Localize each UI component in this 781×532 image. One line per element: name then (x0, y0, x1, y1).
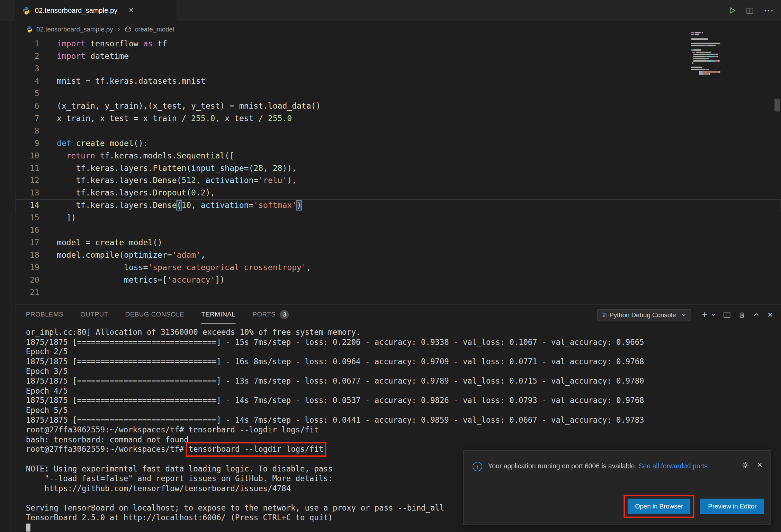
code-line-14[interactable]: 14 tf.keras.layers.Dense(10, activation=… (16, 199, 781, 212)
code-line-9[interactable]: 9def create_model(): (16, 137, 781, 149)
left-rail (0, 21, 16, 532)
python-file-icon (22, 6, 30, 15)
terminal-line: Epoch 2/5 (26, 348, 781, 357)
code-line-16[interactable]: 16 (16, 224, 781, 236)
line-number: 17 (16, 236, 39, 249)
code-lines: 1import tensorflow as tf2import datetime… (16, 37, 781, 299)
terminal-line: root@27ffa3062559:~/workspaces/tf# tenso… (26, 425, 781, 435)
line-number: 5 (16, 87, 39, 100)
new-terminal-dropdown-icon[interactable] (711, 312, 716, 317)
close-panel-icon[interactable]: ✕ (767, 311, 773, 319)
line-number: 19 (16, 261, 39, 274)
split-terminal-icon[interactable] (723, 311, 731, 319)
panel-tab-terminal[interactable]: TERMINAL (201, 305, 235, 324)
ports-count-badge: 3 (280, 310, 289, 319)
chevron-down-icon (681, 312, 686, 317)
panel-header: PROBLEMSOUTPUTDEBUG CONSOLETERMINALPORTS… (16, 305, 781, 324)
line-number: 11 (16, 162, 39, 174)
preview-in-editor-button[interactable]: Preview in Editor (701, 499, 764, 514)
line-number: 14 (16, 199, 39, 212)
notification-close-icon[interactable]: ✕ (757, 461, 763, 469)
new-terminal-icon[interactable]: + (702, 310, 707, 319)
more-actions-icon[interactable]: ⋯ (764, 4, 774, 17)
annotation-box-open-in-browser: Open in Browser (623, 495, 694, 518)
line-number: 3 (16, 62, 39, 75)
line-number: 16 (16, 224, 39, 236)
panel-tab-ports[interactable]: PORTS3 (252, 305, 289, 324)
breadcrumb-symbol[interactable]: create_model (135, 25, 174, 33)
code-line-11[interactable]: 11 tf.keras.layers.Flatten(input_shape=(… (16, 162, 781, 174)
breadcrumb-separator: › (117, 25, 120, 33)
python-file-icon (26, 26, 33, 33)
code-line-20[interactable]: 20 metrics=['accuracy']) (16, 274, 781, 286)
panel-tab-debug-console[interactable]: DEBUG CONSOLE (125, 305, 185, 324)
code-line-21[interactable]: 21 (16, 286, 781, 299)
code-line-6[interactable]: 6(x_train, y_train),(x_test, y_test) = m… (16, 100, 781, 112)
code-line-5[interactable]: 5 (16, 87, 781, 100)
line-number: 6 (16, 100, 39, 112)
code-line-12[interactable]: 12 tf.keras.layers.Dense(512, activation… (16, 174, 781, 187)
breadcrumb[interactable]: 02.tensorboard_sample.py › create_model (16, 21, 781, 37)
terminal-line: bash: tensorbard: command not found (26, 435, 781, 445)
code-line-10[interactable]: 10 return tf.keras.models.Sequential([ (16, 149, 781, 162)
terminal-picker-dropdown[interactable]: 2: Python Debug Console (597, 309, 691, 320)
line-number: 12 (16, 174, 39, 187)
maximize-panel-icon[interactable] (753, 311, 760, 318)
terminal-picker-label: 2: Python Debug Console (602, 311, 676, 319)
terminal-line: Epoch 5/5 (26, 406, 781, 416)
line-number: 4 (16, 75, 39, 87)
code-line-15[interactable]: 15 ]) (16, 211, 781, 224)
see-all-forwarded-ports-link[interactable]: See all forwarded ports (638, 462, 708, 470)
open-in-browser-button[interactable]: Open in Browser (627, 499, 690, 514)
tab-title: 02.tensorboard_sample.py (35, 7, 118, 15)
notification-message: Your application running on port 6006 is… (488, 461, 710, 472)
terminal-line: Epoch 3/5 (26, 367, 781, 377)
code-line-2[interactable]: 2import datetime (16, 50, 781, 62)
code-editor[interactable]: 1import tensorflow as tf2import datetime… (16, 37, 781, 305)
line-number: 7 (16, 112, 39, 125)
code-line-1[interactable]: 1import tensorflow as tf (16, 37, 781, 50)
terminal-line: Epoch 4/5 (26, 386, 781, 396)
line-number: 20 (16, 274, 39, 286)
notification-settings-gear-icon[interactable] (742, 461, 749, 469)
terminal-line: 1875/1875 [=============================… (26, 396, 781, 406)
code-line-13[interactable]: 13 tf.keras.layers.Dropout(0.2), (16, 187, 781, 199)
line-number: 9 (16, 137, 39, 149)
code-line-3[interactable]: 3 (16, 62, 781, 75)
code-line-19[interactable]: 19 loss='sparse_categorical_crossentropy… (16, 261, 781, 274)
kill-terminal-icon[interactable] (738, 311, 746, 319)
breadcrumb-file[interactable]: 02.tensorboard_sample.py (36, 25, 113, 33)
info-icon: i (473, 462, 482, 471)
line-number: 1 (16, 37, 39, 50)
vscode-window: 02.tensorboard_sample.py × ⋯ 02.tensorbo… (0, 0, 781, 532)
panel-tab-problems[interactable]: PROBLEMS (26, 305, 64, 324)
code-line-4[interactable]: 4mnist = tf.keras.datasets.mnist (16, 75, 781, 87)
line-number: 21 (16, 286, 39, 299)
annotation-box-terminal-command: tensorboard --logdir logs/fit (189, 445, 323, 454)
line-number: 18 (16, 249, 39, 261)
line-number: 15 (16, 211, 39, 224)
code-line-17[interactable]: 17model = create_model() (16, 236, 781, 249)
run-python-file-icon[interactable] (728, 7, 736, 15)
panel-tabs: PROBLEMSOUTPUTDEBUG CONSOLETERMINALPORTS… (16, 305, 289, 324)
editor-scrollbar-thumb[interactable] (774, 99, 780, 111)
line-number: 10 (16, 149, 39, 162)
terminal-line: or_impl.cc:80] Allocation of 31360000 ex… (26, 328, 781, 338)
tab-tensorboard-sample[interactable]: 02.tensorboard_sample.py × (15, 0, 176, 21)
terminal-line: 1875/1875 [=============================… (26, 338, 781, 347)
symbol-cube-icon (125, 26, 132, 33)
tab-close-icon[interactable]: × (129, 7, 133, 15)
terminal-line: 1875/1875 [=============================… (26, 377, 781, 386)
editor-tab-bar: 02.tensorboard_sample.py × ⋯ (0, 0, 781, 21)
line-number: 8 (16, 125, 39, 137)
split-editor-icon[interactable] (746, 7, 754, 14)
terminal-line: 1875/1875 [=============================… (26, 416, 781, 425)
code-line-8[interactable]: 8 (16, 125, 781, 137)
minimap[interactable] (691, 32, 729, 78)
panel-tab-output[interactable]: OUTPUT (80, 305, 108, 324)
code-line-7[interactable]: 7x_train, x_test = x_train / 255.0, x_te… (16, 112, 781, 125)
line-number: 2 (16, 50, 39, 62)
line-number: 13 (16, 187, 39, 199)
code-line-18[interactable]: 18model.compile(optimizer='adam', (16, 249, 781, 261)
notification-toast: i Your application running on port 6006 … (463, 450, 771, 525)
